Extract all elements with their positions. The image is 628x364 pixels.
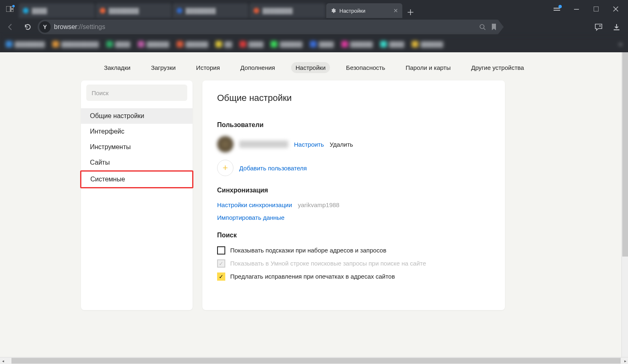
checkbox-label: Показывать в Умной строке поисковые запр… [230, 259, 426, 268]
sidebar-item-sites[interactable]: Сайты [81, 155, 193, 170]
bookmarks-bar: ████████ ██████████ ████ ██████ ██████ █… [0, 36, 628, 52]
settings-page: Закладки Загрузки История Дополнения Нас… [0, 52, 628, 364]
avatar [217, 136, 233, 152]
plus-icon: + [217, 160, 233, 176]
bookmark-icon[interactable] [490, 23, 498, 31]
page-title: Общие настройки [217, 93, 490, 103]
window-controls [548, 2, 625, 16]
tab-title: Настройки [339, 8, 366, 14]
section-search-heading: Поиск [217, 232, 490, 239]
user-row: Настроить Удалить [217, 136, 490, 152]
svg-rect-1 [11, 6, 13, 9]
sidebar-item-system[interactable]: Системные [80, 170, 193, 188]
search-opt-suggestions[interactable]: Показывать подсказки при наборе адресов … [217, 246, 490, 255]
svg-rect-6 [594, 7, 599, 11]
sidebar-item-general[interactable]: Общие настройки [81, 108, 193, 124]
add-user-label: Добавить пользователя [239, 165, 307, 172]
nav-bookmarks[interactable]: Закладки [99, 62, 135, 73]
url-scheme: browser [54, 23, 77, 30]
nav-addons[interactable]: Дополнения [236, 62, 280, 73]
add-user-row[interactable]: + Добавить пользователя [217, 160, 490, 176]
sidebar-search-input[interactable]: Поиск [86, 85, 187, 101]
omnibox[interactable]: Y browser://settings [38, 20, 504, 34]
settings-main: Общие настройки Пользователи Настроить У… [202, 80, 505, 310]
bookmarks-overflow-icon[interactable]: » [619, 40, 622, 48]
nav-settings[interactable]: Настройки [291, 62, 330, 73]
window-minimize-button[interactable] [567, 2, 585, 16]
svg-rect-2 [11, 9, 13, 12]
nav-history[interactable]: История [192, 62, 224, 73]
horizontal-scrollbar[interactable]: ◂ ▸ [0, 357, 628, 364]
address-bar: Y browser://settings [0, 18, 628, 36]
titlebar: ████ ████████ ████████ ████████ Настройк… [0, 0, 628, 18]
tab-strip: ████ ████████ ████████ ████████ Настройк… [19, 0, 545, 18]
checkbox-icon [217, 246, 225, 255]
nav-passwords[interactable]: Пароли и карты [401, 62, 455, 73]
search-opt-smartline: ✓ Показывать в Умной строке поисковые за… [217, 259, 490, 268]
window-maximize-button[interactable] [587, 2, 605, 16]
scroll-right-arrow-icon[interactable]: ▸ [622, 358, 628, 364]
sync-username: yarikvamp1988 [298, 201, 339, 208]
scroll-left-arrow-icon[interactable]: ◂ [0, 358, 6, 364]
background-tab[interactable]: ████████ [249, 3, 325, 18]
background-tab[interactable]: ████████ [173, 3, 249, 18]
taskview-icon[interactable] [3, 2, 16, 16]
svg-rect-5 [574, 9, 579, 10]
svg-rect-0 [6, 6, 10, 12]
settings-top-nav: Закладки Загрузки История Дополнения Нас… [0, 52, 628, 80]
nav-back-button[interactable] [3, 20, 18, 34]
svg-point-7 [480, 25, 484, 29]
site-identity-icon[interactable]: Y [39, 21, 51, 33]
nav-devices[interactable]: Другие устройства [467, 62, 528, 73]
checkbox-icon: ✓ [217, 272, 225, 281]
extensions-icon[interactable] [548, 2, 566, 16]
search-in-page-icon[interactable] [478, 23, 487, 31]
vertical-scrollbar[interactable] [621, 52, 628, 357]
reload-button[interactable] [20, 20, 35, 34]
sync-import-link[interactable]: Импортировать данные [217, 214, 285, 221]
tab-settings-active[interactable]: Настройки ✕ [326, 3, 402, 18]
user-name-redacted [239, 141, 288, 148]
user-delete-link[interactable]: Удалить [330, 141, 353, 148]
user-configure-link[interactable]: Настроить [294, 141, 324, 148]
section-users-heading: Пользователи [217, 121, 490, 129]
downloads-icon[interactable] [608, 19, 625, 35]
background-tab[interactable]: ████████ [96, 3, 172, 18]
nav-security[interactable]: Безопасность [341, 62, 390, 73]
settings-sidebar: Поиск Общие настройки Интерфейс Инструме… [81, 80, 193, 310]
svg-rect-3 [554, 8, 560, 9]
checkbox-label: Предлагать исправления при опечатках в а… [230, 272, 395, 281]
feedback-icon[interactable] [590, 19, 607, 35]
sidebar-item-tools[interactable]: Инструменты [81, 139, 193, 155]
checkbox-icon: ✓ [217, 259, 225, 268]
checkbox-label: Показывать подсказки при наборе адресов … [230, 246, 386, 255]
close-icon[interactable]: ✕ [393, 7, 398, 14]
sync-settings-link[interactable]: Настройки синхронизации [217, 201, 292, 208]
gear-icon [330, 8, 336, 13]
sidebar-item-interface[interactable]: Интерфейс [81, 124, 193, 139]
search-opt-typos[interactable]: ✓ Предлагать исправления при опечатках в… [217, 272, 490, 281]
nav-downloads[interactable]: Загрузки [146, 62, 180, 73]
new-tab-button[interactable] [405, 7, 416, 18]
svg-rect-4 [554, 10, 560, 11]
sidebar-search-placeholder: Поиск [92, 89, 109, 96]
url-path: ://settings [77, 23, 105, 30]
background-tab[interactable]: ████ [19, 3, 95, 18]
section-sync-heading: Синхронизация [217, 187, 490, 194]
window-close-button[interactable] [607, 2, 625, 16]
